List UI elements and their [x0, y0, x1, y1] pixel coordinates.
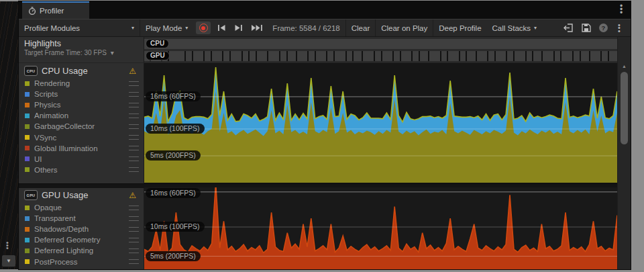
vertical-scrollbar[interactable]: ▲	[617, 37, 631, 269]
highlights-module-header[interactable]: Highlights Target Frame Time: 30 FPS ▾	[19, 37, 144, 62]
frame-boundary-tick	[279, 51, 280, 61]
highlights-bars: CPU GPU	[144, 37, 617, 62]
strip-kebab-menu-icon[interactable]: •••	[6, 241, 9, 249]
drag-handle-icon[interactable]	[129, 227, 139, 232]
drag-handle-icon[interactable]	[129, 135, 139, 140]
legend-item-rendering[interactable]: Rendering	[25, 78, 144, 89]
highlights-cpu-row[interactable]: CPU	[144, 39, 617, 50]
clear-on-play-toggle[interactable]: Clear on Play	[376, 19, 433, 36]
drag-handle-icon[interactable]	[129, 206, 139, 210]
legend-item-deferred-geometry[interactable]: Deferred Geometry	[25, 234, 144, 245]
scroll-up-icon[interactable]: ▲	[618, 64, 631, 69]
frame-boundary-tick	[222, 51, 223, 61]
guide-label-10ms: 10ms (100FPS)	[146, 124, 205, 134]
legend-item-deferred-lighting[interactable]: Deferred Lighting	[25, 245, 144, 256]
highlights-gpu-row[interactable]: GPU	[144, 51, 617, 62]
frame-boundary-tick	[374, 51, 375, 61]
legend-item-vsync[interactable]: VSync	[25, 132, 144, 142]
cpu-usage-title: CPU Usage	[42, 66, 125, 76]
kebab-menu-icon: •••	[616, 24, 623, 33]
legend-label: Transparent	[34, 214, 124, 222]
frame-boundary-tick	[494, 51, 496, 61]
target-frame-time-dropdown[interactable]: Target Frame Time: 30 FPS ▾	[19, 49, 144, 56]
drag-handle-icon[interactable]	[129, 238, 139, 242]
chevron-down-icon: ▾	[534, 25, 537, 31]
drag-handle-icon[interactable]	[129, 81, 139, 86]
frame-boundary-tick	[560, 51, 561, 61]
drag-handle-icon[interactable]	[129, 248, 139, 253]
frame-boundary-tick	[600, 51, 602, 61]
gpu-usage-header[interactable]: GPU GPU Usage ⚠	[19, 187, 144, 202]
legend-item-ui[interactable]: UI	[25, 154, 144, 165]
gpu-highlight-bar[interactable]	[144, 51, 617, 61]
profiler-window: Profiler ••• Profiler Modules ▾ Play Mod…	[19, 1, 631, 269]
tab-profiler[interactable]: Profiler	[22, 1, 89, 19]
frame-counter: Frame: 5584 / 6218	[267, 19, 345, 36]
cpu-usage-header[interactable]: CPU CPU Usage ⚠	[19, 63, 144, 78]
current-frame-button[interactable]	[247, 19, 267, 36]
frame-boundary-tick	[286, 51, 288, 61]
legend-item-physics[interactable]: Physics	[25, 99, 144, 110]
gpu-usage-title: GPU Usage	[42, 190, 125, 200]
legend-item-animation[interactable]: Animation	[25, 110, 144, 121]
frame-boundary-tick	[440, 51, 441, 61]
legend-item-postprocess[interactable]: PostProcess	[25, 256, 144, 267]
legend-item-global-illumination[interactable]: Global Illumination	[25, 143, 144, 154]
help-button[interactable]: ?	[595, 19, 612, 36]
prev-frame-icon	[217, 24, 226, 32]
gpu-usage-module-panel: GPU GPU Usage ⚠ OpaqueTransparentShadows…	[19, 187, 144, 269]
deep-profile-toggle[interactable]: Deep Profile	[433, 19, 486, 36]
legend-label: Animation	[34, 111, 124, 120]
help-icon: ?	[599, 24, 608, 32]
chevron-down-icon: ▾	[111, 49, 114, 56]
legend-label: Opaque	[34, 203, 124, 212]
cpu-usage-module-panel: CPU CPU Usage ⚠ RenderingScriptsPhysicsA…	[19, 62, 144, 184]
play-mode-dropdown[interactable]: Play Mode ▾	[140, 19, 193, 36]
scrollbar-thumb[interactable]	[621, 72, 628, 144]
toolbar-kebab-menu[interactable]: •••	[612, 19, 627, 36]
frame-boundary-tick	[400, 51, 401, 61]
drag-handle-icon[interactable]	[129, 114, 139, 118]
next-frame-button[interactable]	[230, 19, 247, 36]
cpu-highlight-bar[interactable]	[144, 39, 617, 49]
legend-item-opaque[interactable]: Opaque	[25, 202, 144, 213]
guide-label-10ms: 10ms (100FPS)	[146, 222, 205, 232]
warning-icon: ⚠	[129, 66, 136, 76]
drag-handle-icon[interactable]	[129, 103, 139, 107]
drag-handle-icon[interactable]	[129, 167, 139, 172]
drag-handle-icon[interactable]	[129, 146, 139, 150]
guide-label-16ms: 16ms (60FPS)	[146, 91, 201, 101]
frame-boundary-tick	[333, 51, 335, 61]
legend-label: UI	[34, 155, 124, 163]
frame-boundary-tick	[476, 51, 477, 61]
toolbar-right-group: ? •••	[559, 19, 631, 36]
drag-handle-icon[interactable]	[129, 124, 139, 129]
save-profile-button[interactable]	[578, 19, 595, 36]
gpu-usage-chart[interactable]: 16ms (60FPS)10ms (100FPS)5ms (200FPS)	[144, 187, 617, 269]
legend-item-scripts[interactable]: Scripts	[25, 89, 144, 99]
frame-boundary-tick	[553, 51, 555, 61]
gpu-usage-legend: OpaqueTransparentShadows/DepthDeferred G…	[19, 202, 144, 267]
drag-handle-icon[interactable]	[129, 92, 139, 97]
drag-handle-icon[interactable]	[129, 156, 139, 161]
legend-item-transparent[interactable]: Transparent	[25, 213, 144, 224]
strip-scroll-down-button[interactable]: ▼	[2, 255, 15, 267]
guide-label-5ms: 5ms (200FPS)	[146, 150, 201, 161]
call-stacks-dropdown[interactable]: Call Stacks ▾	[487, 19, 543, 36]
drag-handle-icon[interactable]	[129, 216, 139, 221]
cpu-usage-chart[interactable]: 16ms (60FPS)10ms (100FPS)5ms (200FPS)	[144, 62, 617, 183]
load-profile-button[interactable]	[559, 19, 578, 36]
window-kebab-menu-icon[interactable]: •••	[617, 5, 625, 15]
record-button[interactable]	[196, 21, 211, 34]
drag-handle-icon[interactable]	[129, 259, 139, 264]
legend-item-others[interactable]: Others	[25, 165, 144, 175]
legend-item-shadows-depth[interactable]: Shadows/Depth	[25, 224, 144, 234]
frame-boundary-tick	[419, 51, 420, 61]
frame-boundary-tick	[352, 51, 354, 61]
guide-label-5ms: 5ms (200FPS)	[146, 251, 201, 261]
prev-frame-button[interactable]	[213, 19, 230, 36]
profiler-modules-dropdown[interactable]: Profiler Modules ▾	[19, 19, 140, 36]
color-swatch	[25, 167, 30, 172]
legend-item-garbagecollector[interactable]: GarbageCollector	[25, 121, 144, 132]
clear-button[interactable]: Clear	[346, 19, 375, 36]
